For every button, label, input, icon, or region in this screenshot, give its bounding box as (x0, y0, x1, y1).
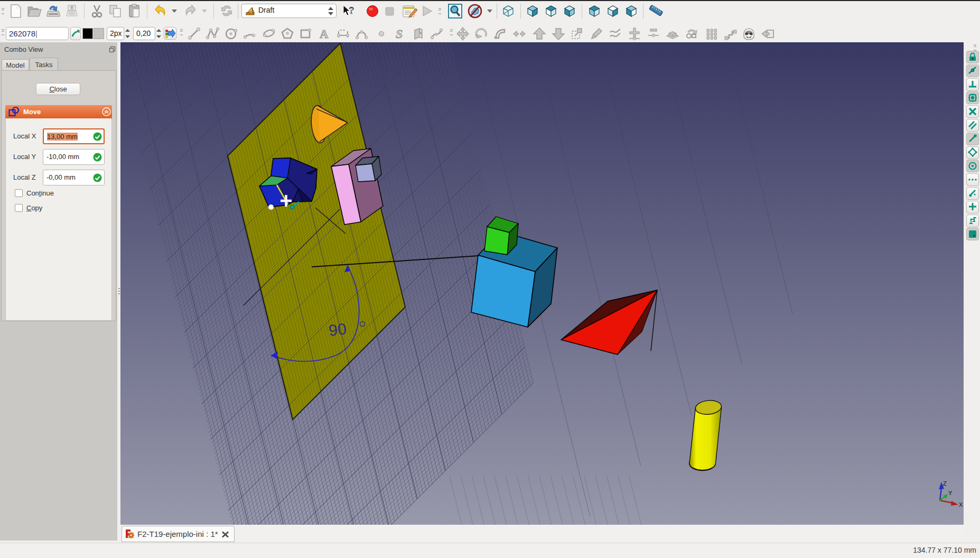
svg-text:S: S (396, 27, 403, 41)
svg-text:Z: Z (943, 480, 947, 487)
svg-text:90: 90 (328, 320, 347, 339)
svg-text:X: X (959, 501, 963, 508)
svg-text:A: A (320, 27, 329, 41)
svg-text:Y: Y (948, 490, 953, 496)
